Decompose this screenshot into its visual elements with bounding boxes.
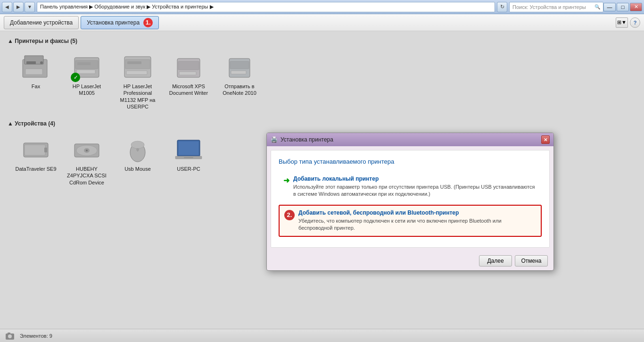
modal-body: Выбор типа устанавливаемого принтера ➜ Д… xyxy=(271,150,550,248)
cancel-button[interactable]: Отмена xyxy=(515,255,548,267)
step1-annotation: 1. xyxy=(143,18,153,27)
status-bar: Элементов: 9 xyxy=(0,329,644,342)
option2-description: Убедитесь, что компьютер подключен к сет… xyxy=(298,217,536,232)
modal-title: Установка принтера xyxy=(281,136,333,143)
maximize-button[interactable]: □ xyxy=(617,3,629,11)
add-device-button[interactable]: Добавление устройства xyxy=(4,16,79,29)
printer-install-dialog: 🖨️ Установка принтера ✕ Выбор типа устан… xyxy=(266,133,554,271)
main-content: ▲ Принтеры и факсы (5) Fax xyxy=(0,31,644,329)
modal-close-button[interactable]: ✕ xyxy=(541,135,550,144)
title-bar-controls: — □ ✕ xyxy=(603,3,642,11)
refresh-button[interactable]: ↻ xyxy=(497,2,507,12)
back-button[interactable]: ◀ xyxy=(2,2,12,12)
view-options-button[interactable]: ⊞▼ xyxy=(616,17,628,28)
camera-status-icon xyxy=(5,330,16,342)
printer-icon: 🖨️ xyxy=(271,136,278,143)
toolbar: Добавление устройства Установка принтера… xyxy=(0,14,644,31)
modal-titlebar: 🖨️ Установка принтера ✕ xyxy=(267,133,553,146)
install-printer-label: Установка принтера xyxy=(87,19,140,26)
minimize-button[interactable]: — xyxy=(603,3,616,11)
modal-footer: Далее Отмена xyxy=(267,251,553,270)
add-device-label: Добавление устройства xyxy=(10,19,73,26)
modal-section-title: Выбор типа устанавливаемого принтера xyxy=(279,158,542,165)
search-icon: 🔍 xyxy=(594,4,600,9)
main-window: ◀ ▶ ▼ Панель управления ▶ Оборудование и… xyxy=(0,0,644,342)
elements-count: Элементов: 9 xyxy=(20,333,52,339)
svg-rect-36 xyxy=(8,333,10,334)
toolbar-right: ⊞▼ ? xyxy=(616,17,640,28)
modal-overlay: 🖨️ Установка принтера ✕ Выбор типа устан… xyxy=(0,31,644,329)
close-button[interactable]: ✕ xyxy=(630,3,642,11)
help-button[interactable]: ? xyxy=(630,17,640,28)
forward-button[interactable]: ▶ xyxy=(13,2,24,12)
search-bar[interactable]: Поиск: Устройства и принтеры 🔍 xyxy=(509,2,603,12)
step2-annotation: 2. xyxy=(284,210,295,220)
option1-text: Добавить локальный принтер Используйте э… xyxy=(293,175,537,198)
add-local-printer-option[interactable]: ➜ Добавить локальный принтер Используйте… xyxy=(279,172,542,202)
svg-point-35 xyxy=(8,334,12,338)
modal-title-left: 🖨️ Установка принтера xyxy=(271,136,333,143)
option1-description: Используйте этот параметр только при отс… xyxy=(293,184,537,198)
recent-button[interactable]: ▼ xyxy=(25,2,35,12)
nav-buttons: ◀ ▶ ▼ xyxy=(2,2,35,12)
option1-title: Добавить локальный принтер xyxy=(293,175,537,182)
option2-text: Добавить сетевой, беспроводной или Bluet… xyxy=(298,209,536,232)
add-network-printer-option[interactable]: 2. Добавить сетевой, беспроводной или Bl… xyxy=(279,205,542,237)
option1-arrow-icon: ➜ xyxy=(283,176,289,185)
title-bar: ◀ ▶ ▼ Панель управления ▶ Оборудование и… xyxy=(0,0,644,14)
install-printer-button[interactable]: Установка принтера 1. xyxy=(81,16,159,29)
search-placeholder: Поиск: Устройства и принтеры xyxy=(512,4,586,10)
title-bar-left: ◀ ▶ ▼ Панель управления ▶ Оборудование и… xyxy=(2,2,603,12)
address-path: Панель управления ▶ Оборудование и звук … xyxy=(40,4,214,10)
address-bar[interactable]: Панель управления ▶ Оборудование и звук … xyxy=(37,2,495,12)
next-button[interactable]: Далее xyxy=(479,255,512,267)
option2-title: Добавить сетевой, беспроводной или Bluet… xyxy=(298,209,536,216)
